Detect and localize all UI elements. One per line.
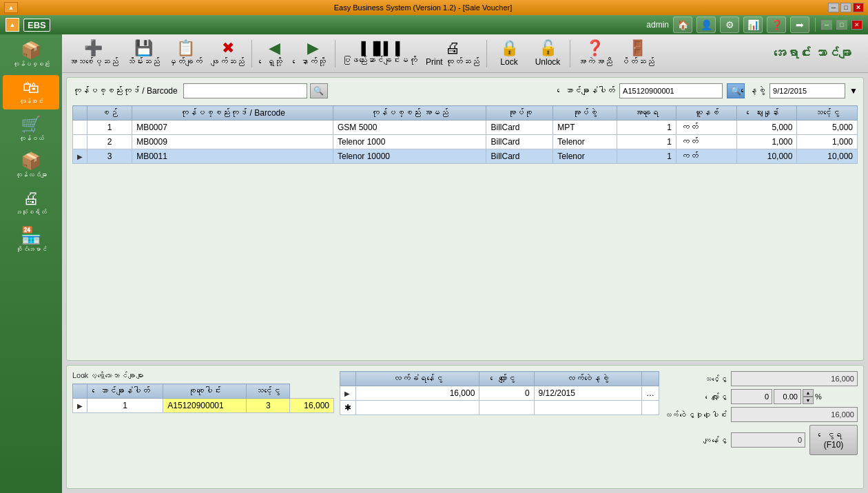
close-label: ပိတ်ဆည် xyxy=(621,57,654,67)
col-header-group: အုပ်စု xyxy=(486,106,553,120)
row-amount: 5,000 xyxy=(797,120,858,135)
mid-row-indicator2: ✱ xyxy=(340,401,356,415)
row-unit: ကတ် xyxy=(676,149,736,164)
lock-row-total: 3 xyxy=(247,399,290,413)
mid-row-btn2[interactable] xyxy=(642,401,659,415)
col-header-amount: သင့်ငွေ xyxy=(797,106,858,120)
next-btn[interactable]: ▶ နောက်သို့ xyxy=(294,36,331,71)
unlock-btn[interactable]: 🔓 Unlock xyxy=(529,36,566,71)
lock-btn[interactable]: 🔒 Lock xyxy=(490,36,528,71)
discount-spinner: ▲ ▼ xyxy=(803,389,814,404)
sidebar-item-products[interactable]: 📦 ကုန်ပစ္စည်း xyxy=(3,38,59,72)
spin-down-btn[interactable]: ▼ xyxy=(803,397,814,404)
mid-row-discount2 xyxy=(479,401,534,415)
search-area: ကုန်ပစ္စည်းကုဒ် / Barcode 🔍 xyxy=(72,83,328,98)
table-row[interactable]: ▶ 3 MB0011 Telenor 10000 BillCard Teleno… xyxy=(73,149,858,164)
voucher-id-input[interactable] xyxy=(619,83,723,98)
discount-summary-row: လျှော်ငွေ 0 0.00 ▲ ▼ % xyxy=(665,389,858,404)
change-summary-row: ကျန်ငွေ 0 ငွေရ (F10) xyxy=(665,425,858,455)
chart-icon-btn[interactable]: 📊 xyxy=(743,17,763,33)
voucher-search-btn[interactable]: 🔍 xyxy=(727,83,745,98)
mdi-max-btn[interactable]: □ xyxy=(836,20,847,30)
delete-icon: ✖ xyxy=(222,41,234,56)
lock-label: Lock xyxy=(500,57,517,67)
discount-controls: 0 0.00 ▲ ▼ % xyxy=(731,389,858,404)
help-icon-btn[interactable]: ❓ xyxy=(767,17,786,33)
new-btn[interactable]: ➕ အသစ်ပေ့ဆည် xyxy=(65,36,122,71)
logout-icon-btn[interactable]: ➡ xyxy=(790,17,809,33)
sale-icon: 🛍 xyxy=(23,79,39,96)
settings-icon-btn[interactable]: ⚙ xyxy=(720,17,739,33)
net-summary-row: လက်ဝဲငွေစုစုပေါင်း 16,000 xyxy=(665,407,858,422)
table-row[interactable]: 2 MB0009 Telenor 1000 BillCard Telenor 1… xyxy=(73,135,858,149)
note-btn[interactable]: 📋 မှတ်ချက် xyxy=(165,36,206,71)
f10-button[interactable]: ငွေရ (F10) xyxy=(809,425,858,455)
expense-label: အသုံးစရိတ် xyxy=(15,209,47,216)
f10-label: ငွေရ xyxy=(826,430,842,440)
mid-row-btn[interactable]: … xyxy=(642,386,659,401)
row-qty: 1 xyxy=(617,135,676,149)
date-input[interactable] xyxy=(769,83,845,98)
bottom-panel: Lock လေ့ရှိသောဘောင်ချာများ ဘောင်ချာနံပါတ… xyxy=(66,365,864,489)
row-price: 1,000 xyxy=(736,135,797,149)
table-row[interactable]: 1 MB0007 GSM 5000 BillCard MPT 1 ကတ် 5,0… xyxy=(73,120,858,135)
save-btn[interactable]: 💾 သိမ်းဆည် xyxy=(123,36,163,71)
col-header-num: စဉ် xyxy=(87,106,132,120)
prev-btn[interactable]: ◀ ရှေ့သို့ xyxy=(256,36,293,71)
maximize-btn[interactable]: □ xyxy=(840,3,851,12)
net-label: လက်ဝဲငွေစုစုပေါင်း xyxy=(665,410,727,419)
inventory-label: ကုန်လဝ်ချာ xyxy=(15,171,47,179)
close-window-btn[interactable]: 🚪 ပိတ်ဆည် xyxy=(617,36,658,71)
barcode-search-btn[interactable]: 🔍 xyxy=(310,83,328,98)
sidebar-item-purchase[interactable]: 🛒 ကုန်ဝယ် xyxy=(3,112,59,147)
mid-col-discount: လျှော်ငွေ xyxy=(479,372,534,386)
discount-pct-input[interactable]: 0.00 xyxy=(774,389,801,404)
unlock-label: Unlock xyxy=(535,57,561,67)
discount-input[interactable]: 0 xyxy=(731,389,772,404)
row-num: 2 xyxy=(87,135,132,149)
prev-label: ရှေ့သို့ xyxy=(267,57,282,67)
sidebar-item-expense[interactable]: 🖨 အသုံးစရိတ် xyxy=(3,186,59,220)
middle-table-row[interactable]: ✱ xyxy=(340,401,659,415)
mid-row-date: 9/12/2015 xyxy=(534,386,641,401)
lock-col-voucher: ဘောင်ချာနံပါတ် xyxy=(87,384,163,399)
row-subgroup: Telenor xyxy=(553,135,617,149)
print-btn[interactable]: 🖨 Print ထုတ်ဆည် xyxy=(422,36,483,71)
sidebar-item-shop[interactable]: 🏪 ဆိုင်အမောင် xyxy=(3,223,59,258)
home-icon-btn[interactable]: 🏠 xyxy=(673,17,692,33)
spin-up-btn[interactable]: ▲ xyxy=(803,389,814,397)
sale-label: တုန်ဆောင်း xyxy=(19,98,43,105)
print-detail-btn[interactable]: ▌▐▌▌▐ ပဖြည်းဆောင်ချင်းမကို xyxy=(339,36,421,71)
calendar-icon[interactable]: ▼ xyxy=(849,86,858,96)
sidebar-item-sale[interactable]: 🛍 တုန်ဆောင်း xyxy=(3,75,59,109)
minimize-btn[interactable]: ─ xyxy=(828,3,839,12)
col-header-code: ကုန်ပစ္စည်းကုဒ် / Barcode xyxy=(132,106,333,120)
delete-btn[interactable]: ✖ ဖျက်ဆည် xyxy=(207,36,248,71)
barcode-search-input[interactable] xyxy=(183,83,307,98)
help-label: အကဲအညီ xyxy=(577,57,612,67)
products-icon: 📦 xyxy=(21,42,41,59)
row-unit: ကတ် xyxy=(676,135,736,149)
inventory-icon: 📦 xyxy=(21,153,41,169)
sidebar-item-inventory[interactable]: 📦 ကုန်လဝ်ချာ xyxy=(3,149,59,183)
right-section: သင့်ငွေ 16,000 လျှော်ငွေ 0 0.00 ▲ ▼ % xyxy=(665,371,858,483)
help-btn[interactable]: ❓ အကဲအညီ xyxy=(574,36,616,71)
lock-table-row[interactable]: ▶ 1 A15120900001 3 16,000 xyxy=(73,399,334,413)
sep4 xyxy=(570,40,570,67)
mdi-min-btn[interactable]: ─ xyxy=(821,20,832,30)
row-group: BillCard xyxy=(486,135,553,149)
middle-table-row[interactable]: ▶ 16,000 0 9/12/2015 … xyxy=(340,386,659,401)
close-btn[interactable]: ✕ xyxy=(853,3,864,12)
mid-col-receive: လက်ခံရန်ငွေ xyxy=(356,372,479,386)
lock-row-amount: 16,000 xyxy=(290,399,334,413)
sep1 xyxy=(251,40,252,67)
row-num: 3 xyxy=(87,149,132,164)
mid-col-date: လက်ဝဲနေ့စွဲ xyxy=(534,372,641,386)
mdi-close-btn[interactable]: ✕ xyxy=(851,20,862,30)
change-label: ကျန်ငွေ xyxy=(665,436,727,444)
window-title: Easy Business System (Version 1.2) - [Sa… xyxy=(18,3,828,12)
print-label: Print ထုတ်ဆည် xyxy=(426,57,479,67)
shop-icon: 🏪 xyxy=(21,227,41,244)
discount-label: လျှော်ငွေ xyxy=(665,392,727,401)
user-icon-btn[interactable]: 👤 xyxy=(696,17,716,33)
